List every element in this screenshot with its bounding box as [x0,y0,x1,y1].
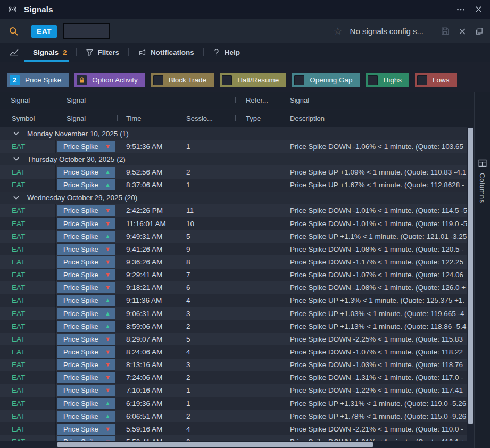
signal-cell: Price Spike▲ [56,231,117,242]
favorite-star-icon[interactable]: ☆ [334,26,343,36]
session-cell: 1 [177,181,235,189]
up-arrow-icon: ▲ [105,401,111,406]
description-cell: Price Spike DOWN -1.31% < 1 minute. (Quo… [276,374,467,381]
window-close-button[interactable] [475,5,483,13]
table-row[interactable]: EATPrice Spike▼8:24:06 AM4Price Spike DO… [0,345,467,358]
symbol-cell: EAT [0,345,56,358]
window-menu-button[interactable] [456,5,465,14]
signal-badge: Price Spike▼ [57,346,115,358]
header-group-reference[interactable]: Refer... [235,92,276,109]
tab-notifications[interactable]: Notifications [129,43,203,62]
filter-highs[interactable]: Highs [366,73,409,87]
header-group-signal-2[interactable]: Signal [56,92,235,109]
time-cell: 5:59:16 AM [117,425,177,433]
table-row[interactable]: EATPrice Spike▲6:19:36 AM1Price Spike UP… [0,397,467,410]
horizontal-scrollbar[interactable] [0,441,467,448]
columns-panel-tab[interactable]: Columns [474,92,490,448]
header-symbol[interactable]: Symbol [0,110,56,127]
session-cell: 11 [177,206,235,214]
table-row[interactable]: EATPrice Spike▼9:18:21 AM6Price Spike DO… [0,281,467,294]
filter-halt-resume[interactable]: Halt/Resume [220,73,286,87]
broadcast-icon [7,4,18,14]
description-cell: Price Spike DOWN -1.08% < 1 minute. (Quo… [276,284,467,292]
filter-option-activity[interactable]: Option Activity [74,73,145,87]
table-row[interactable]: EATPrice Spike▲9:06:31 AM3Price Spike UP… [0,307,467,320]
table-row[interactable]: EATPrice Spike▼9:36:26 AM8Price Spike DO… [0,255,467,268]
session-cell: 1 [177,386,235,394]
down-arrow-icon: ▼ [105,387,111,393]
signal-badge: Price Spike▼ [57,269,115,280]
table-row[interactable]: EATPrice Spike▲9:11:36 AM4Price Spike UP… [0,294,467,307]
tab-help[interactable]: Help [204,43,249,62]
group-date: Wednesday October 29, 2025 [27,194,122,202]
time-cell: 7:24:06 AM [117,374,177,381]
vertical-scrollbar-thumb[interactable] [468,128,473,424]
table-row[interactable]: EATPrice Spike▼8:13:16 AM3Price Spike DO… [0,359,467,371]
table-row[interactable]: EATPrice Spike▲6:06:51 AM2Price Spike UP… [0,410,467,422]
filter-block-trade[interactable]: Block Trade [151,73,214,87]
signal-cell: Price Spike▼ [56,385,117,396]
symbol-cell: EAT [0,422,56,435]
copy-config-icon[interactable] [475,27,484,36]
signal-cell: Price Spike▼ [56,372,117,383]
table-row[interactable]: EATPrice Spike▲8:37:06 AM1Price Spike UP… [0,179,467,192]
time-cell: 8:13:16 AM [117,361,177,369]
table-row[interactable]: EATPrice Spike▼7:10:16 AM1Price Spike DO… [0,384,467,397]
tab-filters[interactable]: Filters [77,43,129,62]
group-row[interactable]: Monday November 10, 2025(1) [0,127,467,140]
table-row[interactable]: EATPrice Spike▲9:49:31 AM5Price Spike UP… [0,230,467,243]
header-group-signal[interactable]: Signal [0,92,56,109]
table-row[interactable]: EATPrice Spike▼8:29:07 AM5Price Spike DO… [0,333,467,345]
save-config-icon[interactable] [440,26,450,36]
header-description[interactable]: Description [276,110,474,127]
down-arrow-icon: ▼ [105,285,111,291]
filter-checkbox[interactable] [368,75,378,85]
signal-badge: Price Spike▲ [57,179,115,190]
group-row[interactable]: Wednesday October 29, 2025(20) [0,192,467,204]
filter-lows[interactable]: Lows [415,73,457,87]
table-row[interactable]: EATPrice Spike▼9:29:41 AM7Price Spike DO… [0,269,467,281]
header-type[interactable]: Type [235,110,276,127]
signal-cell: Price Spike▲ [56,179,117,190]
vertical-scrollbar[interactable] [467,127,474,448]
symbol-chip[interactable]: EAT [31,25,57,38]
filter-checkbox[interactable] [153,75,163,85]
table-row[interactable]: EATPrice Spike▼7:24:06 AM2Price Spike DO… [0,371,467,384]
group-count: (20) [124,194,137,202]
chevron-down-icon[interactable] [13,196,19,200]
signal-badge: Price Spike▼ [57,256,115,268]
table-row[interactable]: EATPrice Spike▲9:52:56 AM2Price Spike UP… [0,165,467,178]
clear-config-icon[interactable] [459,28,466,35]
filter-checkbox[interactable] [294,75,304,85]
table-row[interactable]: EATPrice Spike▼11:16:01 AM10Price Spike … [0,217,467,230]
up-arrow-icon: ▲ [105,169,111,175]
header-signal[interactable]: Signal [56,110,117,127]
group-row[interactable]: Thursday October 30, 2025(2) [0,153,467,165]
horizontal-scrollbar-thumb[interactable] [57,442,373,447]
symbol-search-input[interactable] [63,23,110,39]
signal-cell: Price Spike▼ [56,424,117,435]
table-row[interactable]: EATPrice Spike▼5:59:16 AM4Price Spike DO… [0,422,467,435]
table-row[interactable]: EATPrice Spike▼9:51:36 AM1Price Spike DO… [0,140,467,153]
table-header-groups: Signal Signal Refer... Signal [0,92,474,109]
table-row[interactable]: EATPrice Spike▼9:41:26 AM9Price Spike DO… [0,243,467,255]
filter-checkbox[interactable] [222,75,232,85]
filter-checkbox[interactable] [417,75,427,85]
symbol-cell: EAT [0,410,56,422]
header-time[interactable]: Time [117,110,177,127]
tab-signals[interactable]: Signals2 [24,43,76,62]
header-session[interactable]: Sessio... [177,110,235,127]
filter-bar: 2Price SpikeOption ActivityBlock TradeHa… [0,62,467,92]
description-cell: Price Spike UP +1.31% < 1 minute. (Quote… [276,400,467,408]
time-cell: 7:10:16 AM [117,386,177,394]
table-row[interactable]: EATPrice Spike▲8:59:06 AM2Price Spike UP… [0,320,467,333]
header-group-signal-3[interactable]: Signal [276,92,474,109]
window-title: Signals [24,5,53,14]
session-cell: 8 [177,258,235,266]
chevron-down-icon[interactable] [13,131,19,136]
chevron-down-icon[interactable] [13,157,19,161]
table-row[interactable]: EATPrice Spike▼2:42:26 PM11Price Spike D… [0,204,467,217]
filter-opening-gap[interactable]: Opening Gap [292,73,360,87]
filter-price-spike[interactable]: 2Price Spike [7,73,69,87]
session-cell: 6 [177,284,235,292]
